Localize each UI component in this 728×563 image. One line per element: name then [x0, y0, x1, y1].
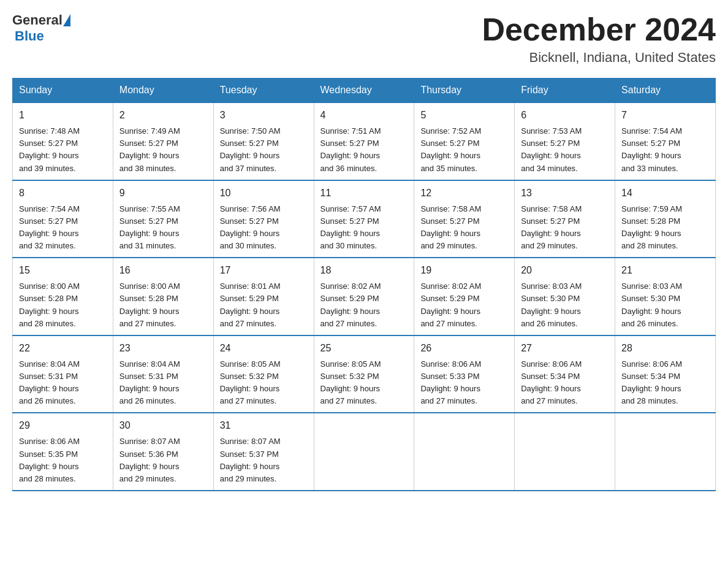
calendar-cell: 23Sunrise: 8:04 AMSunset: 5:31 PMDayligh… [113, 335, 213, 413]
calendar-week-1: 1Sunrise: 7:48 AMSunset: 5:27 PMDaylight… [13, 102, 716, 180]
day-info: Sunrise: 7:56 AMSunset: 5:27 PMDaylight:… [220, 203, 308, 253]
day-info: Sunrise: 7:53 AMSunset: 5:27 PMDaylight:… [521, 125, 609, 175]
day-number: 5 [420, 108, 508, 123]
calendar-cell: 15Sunrise: 8:00 AMSunset: 5:28 PMDayligh… [13, 258, 113, 335]
calendar-cell: 10Sunrise: 7:56 AMSunset: 5:27 PMDayligh… [213, 180, 314, 258]
day-number: 15 [19, 263, 107, 278]
calendar-cell [314, 413, 414, 491]
day-number: 29 [19, 418, 107, 433]
day-info: Sunrise: 7:51 AMSunset: 5:27 PMDaylight:… [320, 125, 408, 175]
calendar-cell: 22Sunrise: 8:04 AMSunset: 5:31 PMDayligh… [13, 335, 113, 413]
calendar-cell: 8Sunrise: 7:54 AMSunset: 5:27 PMDaylight… [13, 180, 113, 258]
day-number: 22 [19, 341, 107, 356]
day-number: 7 [621, 108, 709, 123]
calendar-cell: 19Sunrise: 8:02 AMSunset: 5:29 PMDayligh… [414, 258, 515, 335]
calendar-cell: 18Sunrise: 8:02 AMSunset: 5:29 PMDayligh… [314, 258, 414, 335]
day-info: Sunrise: 7:55 AMSunset: 5:27 PMDaylight:… [119, 203, 207, 253]
weekday-header-thursday: Thursday [414, 79, 515, 103]
day-info: Sunrise: 8:00 AMSunset: 5:28 PMDaylight:… [19, 280, 107, 330]
day-info: Sunrise: 8:03 AMSunset: 5:30 PMDaylight:… [521, 280, 609, 330]
day-info: Sunrise: 8:06 AMSunset: 5:34 PMDaylight:… [521, 358, 609, 408]
day-info: Sunrise: 7:57 AMSunset: 5:27 PMDaylight:… [320, 203, 408, 253]
day-number: 31 [220, 418, 308, 433]
day-number: 12 [420, 186, 508, 201]
day-info: Sunrise: 8:07 AMSunset: 5:37 PMDaylight:… [220, 435, 308, 485]
day-info: Sunrise: 7:48 AMSunset: 5:27 PMDaylight:… [19, 125, 107, 175]
calendar-week-4: 22Sunrise: 8:04 AMSunset: 5:31 PMDayligh… [13, 335, 716, 413]
day-number: 3 [220, 108, 308, 123]
calendar-cell: 27Sunrise: 8:06 AMSunset: 5:34 PMDayligh… [515, 335, 615, 413]
day-info: Sunrise: 7:59 AMSunset: 5:28 PMDaylight:… [621, 203, 709, 253]
day-number: 27 [521, 341, 609, 356]
day-number: 21 [621, 263, 709, 278]
calendar-cell: 30Sunrise: 8:07 AMSunset: 5:36 PMDayligh… [113, 413, 213, 491]
month-title: December 2024 [482, 12, 716, 47]
day-info: Sunrise: 7:54 AMSunset: 5:27 PMDaylight:… [19, 203, 107, 253]
logo-blue-text: Blue [15, 28, 44, 44]
day-number: 23 [119, 341, 207, 356]
title-block: December 2024 Bicknell, Indiana, United … [482, 12, 716, 66]
day-number: 24 [220, 341, 308, 356]
weekday-header-sunday: Sunday [13, 79, 113, 103]
calendar-cell: 16Sunrise: 8:00 AMSunset: 5:28 PMDayligh… [113, 258, 213, 335]
location-title: Bicknell, Indiana, United States [482, 50, 716, 66]
day-info: Sunrise: 8:04 AMSunset: 5:31 PMDaylight:… [119, 358, 207, 408]
calendar-cell [615, 413, 716, 491]
calendar-cell [515, 413, 615, 491]
calendar-cell: 28Sunrise: 8:06 AMSunset: 5:34 PMDayligh… [615, 335, 716, 413]
calendar-week-3: 15Sunrise: 8:00 AMSunset: 5:28 PMDayligh… [13, 258, 716, 335]
day-number: 4 [320, 108, 408, 123]
day-info: Sunrise: 8:06 AMSunset: 5:34 PMDaylight:… [621, 358, 709, 408]
day-info: Sunrise: 7:58 AMSunset: 5:27 PMDaylight:… [521, 203, 609, 253]
calendar-cell: 25Sunrise: 8:05 AMSunset: 5:32 PMDayligh… [314, 335, 414, 413]
day-info: Sunrise: 8:05 AMSunset: 5:32 PMDaylight:… [320, 358, 408, 408]
day-info: Sunrise: 7:58 AMSunset: 5:27 PMDaylight:… [420, 203, 508, 253]
day-info: Sunrise: 8:04 AMSunset: 5:31 PMDaylight:… [19, 358, 107, 408]
day-number: 25 [320, 341, 408, 356]
day-info: Sunrise: 8:03 AMSunset: 5:30 PMDaylight:… [621, 280, 709, 330]
calendar-week-2: 8Sunrise: 7:54 AMSunset: 5:27 PMDaylight… [13, 180, 716, 258]
logo-general-text: General [12, 12, 63, 28]
day-number: 8 [19, 186, 107, 201]
calendar-cell: 2Sunrise: 7:49 AMSunset: 5:27 PMDaylight… [113, 102, 213, 180]
day-number: 2 [119, 108, 207, 123]
day-info: Sunrise: 7:49 AMSunset: 5:27 PMDaylight:… [119, 125, 207, 175]
calendar-cell: 7Sunrise: 7:54 AMSunset: 5:27 PMDaylight… [615, 102, 716, 180]
day-info: Sunrise: 8:06 AMSunset: 5:35 PMDaylight:… [19, 435, 107, 485]
day-info: Sunrise: 7:54 AMSunset: 5:27 PMDaylight:… [621, 125, 709, 175]
day-number: 26 [420, 341, 508, 356]
day-number: 6 [521, 108, 609, 123]
day-number: 11 [320, 186, 408, 201]
weekday-header-tuesday: Tuesday [213, 79, 314, 103]
weekday-header-saturday: Saturday [615, 79, 716, 103]
calendar-cell: 3Sunrise: 7:50 AMSunset: 5:27 PMDaylight… [213, 102, 314, 180]
day-number: 18 [320, 263, 408, 278]
day-info: Sunrise: 7:50 AMSunset: 5:27 PMDaylight:… [220, 125, 308, 175]
calendar-cell: 6Sunrise: 7:53 AMSunset: 5:27 PMDaylight… [515, 102, 615, 180]
day-number: 10 [220, 186, 308, 201]
day-number: 20 [521, 263, 609, 278]
calendar-cell: 29Sunrise: 8:06 AMSunset: 5:35 PMDayligh… [13, 413, 113, 491]
day-info: Sunrise: 8:02 AMSunset: 5:29 PMDaylight:… [320, 280, 408, 330]
day-info: Sunrise: 8:02 AMSunset: 5:29 PMDaylight:… [420, 280, 508, 330]
day-number: 16 [119, 263, 207, 278]
day-number: 28 [621, 341, 709, 356]
calendar-cell: 24Sunrise: 8:05 AMSunset: 5:32 PMDayligh… [213, 335, 314, 413]
calendar-week-5: 29Sunrise: 8:06 AMSunset: 5:35 PMDayligh… [13, 413, 716, 491]
day-info: Sunrise: 8:06 AMSunset: 5:33 PMDaylight:… [420, 358, 508, 408]
day-info: Sunrise: 8:00 AMSunset: 5:28 PMDaylight:… [119, 280, 207, 330]
calendar-cell: 14Sunrise: 7:59 AMSunset: 5:28 PMDayligh… [615, 180, 716, 258]
day-info: Sunrise: 8:01 AMSunset: 5:29 PMDaylight:… [220, 280, 308, 330]
calendar-cell: 1Sunrise: 7:48 AMSunset: 5:27 PMDaylight… [13, 102, 113, 180]
calendar-cell: 5Sunrise: 7:52 AMSunset: 5:27 PMDaylight… [414, 102, 515, 180]
calendar-cell: 11Sunrise: 7:57 AMSunset: 5:27 PMDayligh… [314, 180, 414, 258]
day-number: 9 [119, 186, 207, 201]
calendar-table: SundayMondayTuesdayWednesdayThursdayFrid… [12, 78, 716, 491]
logo: General Blue [12, 12, 70, 44]
calendar-cell: 20Sunrise: 8:03 AMSunset: 5:30 PMDayligh… [515, 258, 615, 335]
calendar-header-row: SundayMondayTuesdayWednesdayThursdayFrid… [13, 79, 716, 103]
calendar-cell: 9Sunrise: 7:55 AMSunset: 5:27 PMDaylight… [113, 180, 213, 258]
calendar-cell: 4Sunrise: 7:51 AMSunset: 5:27 PMDaylight… [314, 102, 414, 180]
day-number: 13 [521, 186, 609, 201]
calendar-cell: 26Sunrise: 8:06 AMSunset: 5:33 PMDayligh… [414, 335, 515, 413]
